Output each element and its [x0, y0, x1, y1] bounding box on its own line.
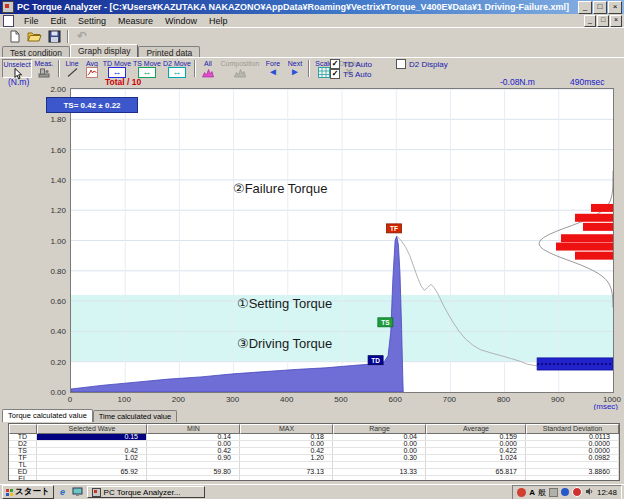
menu-edit[interactable]: Edit: [45, 16, 73, 26]
tab-graph-display[interactable]: Graph display: [70, 44, 138, 57]
unselect-button-label: Unselect: [3, 61, 30, 68]
y-tick-label: 1.40: [36, 176, 66, 185]
toolbar-separator: [67, 30, 69, 43]
tab-time-calculated-value[interactable]: Time calculated value: [93, 410, 177, 422]
torque-waveform-chart: TDTSTF: [71, 89, 613, 392]
table-cell: 1.024: [426, 455, 526, 461]
table-cell: 3.8860: [526, 469, 619, 475]
taskbar-app-label: PC Torque Analyzer...: [104, 488, 181, 497]
calculated-value-panel: Torque calculated value Time calculated …: [0, 410, 624, 483]
y-tick-label: 0.80: [36, 267, 66, 276]
app-icon: [92, 488, 101, 497]
plot-area[interactable]: TDTSTF: [70, 88, 614, 393]
internet-explorer-icon[interactable]: e: [57, 487, 69, 498]
menu-setting[interactable]: Setting: [72, 16, 112, 26]
table-row-tf[interactable]: TF1.020.901.200.301.0240.0982: [9, 455, 619, 462]
cursor-torque-value: -0.08N.m: [500, 77, 535, 87]
network-icon[interactable]: [572, 487, 582, 497]
cursor-time-value: 490msec: [570, 77, 605, 87]
table-cell: 0.18: [240, 434, 333, 440]
table-cell: 59.80: [147, 469, 240, 475]
y-tick-label: 0.60: [36, 297, 66, 306]
ime-conversion-mode-icon[interactable]: 般: [538, 487, 546, 498]
table-row-ts[interactable]: TS0.420.420.420.000.4220.0000: [9, 448, 619, 455]
table-cell: [526, 462, 619, 468]
table-cell: 1.02: [37, 455, 147, 461]
undo-icon: ↶: [72, 29, 92, 44]
row-label: TS: [9, 448, 37, 454]
taskbar-app-button[interactable]: PC Torque Analyzer...: [87, 486, 205, 498]
taskbar-clock[interactable]: 12:48: [597, 488, 617, 497]
ime-input-mode-icon[interactable]: A: [529, 488, 535, 497]
menu-measure[interactable]: Measure: [112, 16, 159, 26]
tab-test-condition[interactable]: Test condition: [2, 46, 70, 57]
table-row-d2[interactable]: D20.000.000.000.0000.0000: [9, 441, 619, 448]
all-button[interactable]: All: [198, 59, 218, 78]
mdi-minimize-button[interactable]: _: [584, 15, 596, 27]
composition-button-label: Composition: [221, 60, 260, 67]
ime-status-icon[interactable]: [517, 488, 526, 497]
composition-button: Composition: [218, 59, 262, 78]
x-tick-label: 0: [55, 395, 85, 404]
column-header: Average: [426, 424, 526, 434]
row-label: TL: [9, 462, 37, 468]
chart-header: (N.m) Total / 10 -0.08N.m 490msec: [0, 77, 624, 88]
table-cell: [37, 476, 147, 481]
antivirus-icon[interactable]: [561, 488, 569, 496]
table-row-ed[interactable]: ED65.9259.8073.1313.3365.8173.8860: [9, 469, 619, 476]
table-row-tl[interactable]: TL: [9, 462, 619, 469]
new-file-icon[interactable]: [4, 29, 24, 44]
x-tick-label: 700: [434, 395, 464, 404]
svg-text:TS: TS: [381, 319, 390, 326]
menu-window[interactable]: Window: [159, 16, 203, 26]
next-button[interactable]: Next►: [284, 59, 306, 78]
calculated-value-table: Selected WaveMINMAXRangeAverageStandard …: [8, 423, 620, 481]
show-desktop-icon[interactable]: [72, 487, 84, 498]
d2-move-button[interactable]: D2 Move↔: [162, 59, 192, 78]
y-tick-label: 1.00: [36, 237, 66, 246]
row-label: ED: [9, 469, 37, 475]
tab-printed-data[interactable]: Printed data: [138, 46, 200, 57]
menu-help[interactable]: Help: [203, 16, 234, 26]
arrow-right-icon: ►: [290, 67, 300, 77]
x-tick-label: 300: [218, 395, 248, 404]
td-auto-checkbox[interactable]: ✓ TD Auto: [330, 59, 372, 69]
avg-button-label: Avg: [86, 60, 98, 67]
toolbar-separator: [194, 60, 196, 77]
start-button[interactable]: スタート: [2, 485, 54, 499]
line-button[interactable]: Line: [62, 59, 82, 78]
table-row-td[interactable]: TD0.150.140.180.040.1590.0113: [9, 434, 619, 441]
table-cell: 73.13: [240, 469, 333, 475]
tab-torque-calculated-value[interactable]: Torque calculated value: [2, 409, 93, 422]
td-move-button[interactable]: TD Move↔: [102, 59, 132, 78]
d2-display-checkbox[interactable]: D2 Display: [396, 59, 448, 69]
app-icon: [2, 1, 14, 13]
minimize-button[interactable]: _: [578, 1, 592, 14]
meas-button[interactable]: Meas.: [32, 59, 56, 78]
table-cell: [526, 476, 619, 481]
mdi-restore-button[interactable]: □: [597, 15, 609, 27]
table-cell: 0.0982: [526, 455, 619, 461]
open-file-icon[interactable]: [24, 29, 44, 44]
volume-icon[interactable]: [585, 487, 594, 498]
y-tick-label: 2.00: [36, 85, 66, 94]
ime-pen-icon[interactable]: [549, 488, 558, 497]
toolbar-separator: [308, 60, 310, 77]
restore-button[interactable]: □: [593, 1, 607, 14]
table-cell: [147, 462, 240, 468]
table-cell: 0.14: [147, 434, 240, 440]
mdi-close-button[interactable]: ×: [610, 15, 622, 27]
close-button[interactable]: ×: [608, 1, 622, 14]
ts-move-button[interactable]: TS Move↔: [132, 59, 162, 78]
table-cell: 0.000: [426, 441, 526, 447]
unselect-button[interactable]: Unselect: [2, 59, 32, 78]
avg-button[interactable]: Avg: [82, 59, 102, 78]
ts-legend-box: TS= 0.42 ± 0.22: [46, 97, 138, 113]
menu-file[interactable]: File: [18, 16, 45, 26]
td-auto-checkmark: ✓: [330, 59, 340, 69]
bottom-tab-bar: Torque calculated value Time calculated …: [0, 410, 624, 422]
table-cell: [37, 441, 147, 447]
table-row-el[interactable]: EL: [9, 476, 619, 481]
save-icon[interactable]: [44, 29, 64, 44]
fore-button[interactable]: Fore◄: [262, 59, 284, 78]
